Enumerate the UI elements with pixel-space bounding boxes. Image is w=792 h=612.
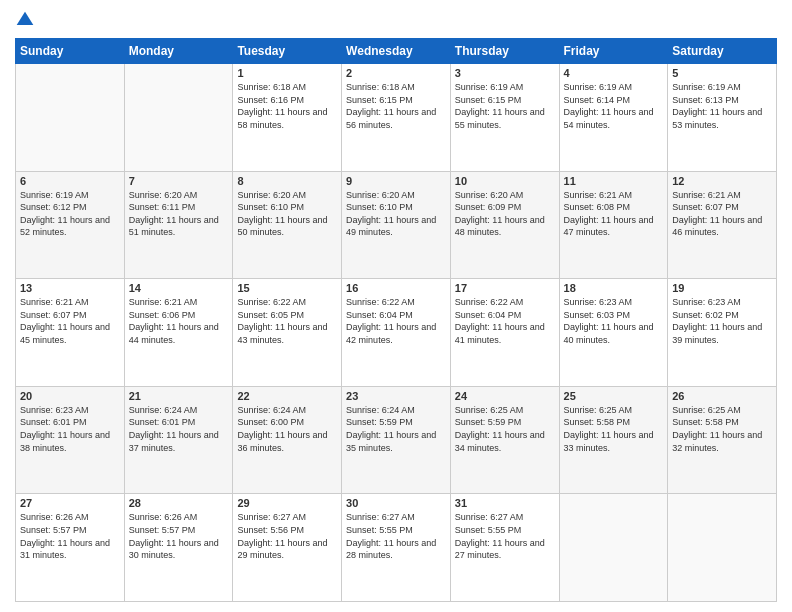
day-number: 4 [564, 67, 664, 79]
day-cell: 27Sunrise: 6:26 AMSunset: 5:57 PMDayligh… [16, 494, 125, 602]
day-number: 3 [455, 67, 555, 79]
day-number: 14 [129, 282, 229, 294]
day-number: 8 [237, 175, 337, 187]
day-number: 20 [20, 390, 120, 402]
day-cell: 24Sunrise: 6:25 AMSunset: 5:59 PMDayligh… [450, 386, 559, 494]
day-info: Sunrise: 6:23 AMSunset: 6:01 PMDaylight:… [20, 404, 120, 454]
svg-marker-0 [17, 12, 34, 25]
day-info: Sunrise: 6:22 AMSunset: 6:05 PMDaylight:… [237, 296, 337, 346]
day-info: Sunrise: 6:19 AMSunset: 6:13 PMDaylight:… [672, 81, 772, 131]
day-number: 1 [237, 67, 337, 79]
day-cell: 10Sunrise: 6:20 AMSunset: 6:09 PMDayligh… [450, 171, 559, 279]
day-number: 28 [129, 497, 229, 509]
day-number: 19 [672, 282, 772, 294]
day-cell: 31Sunrise: 6:27 AMSunset: 5:55 PMDayligh… [450, 494, 559, 602]
header [15, 10, 777, 30]
header-cell-thursday: Thursday [450, 39, 559, 64]
day-info: Sunrise: 6:22 AMSunset: 6:04 PMDaylight:… [346, 296, 446, 346]
day-number: 17 [455, 282, 555, 294]
day-number: 22 [237, 390, 337, 402]
day-info: Sunrise: 6:25 AMSunset: 5:58 PMDaylight:… [672, 404, 772, 454]
week-row-5: 27Sunrise: 6:26 AMSunset: 5:57 PMDayligh… [16, 494, 777, 602]
day-number: 6 [20, 175, 120, 187]
day-cell: 18Sunrise: 6:23 AMSunset: 6:03 PMDayligh… [559, 279, 668, 387]
day-cell: 1Sunrise: 6:18 AMSunset: 6:16 PMDaylight… [233, 64, 342, 172]
day-number: 30 [346, 497, 446, 509]
day-cell [668, 494, 777, 602]
day-info: Sunrise: 6:24 AMSunset: 6:01 PMDaylight:… [129, 404, 229, 454]
day-number: 5 [672, 67, 772, 79]
day-cell [559, 494, 668, 602]
day-number: 24 [455, 390, 555, 402]
day-cell: 7Sunrise: 6:20 AMSunset: 6:11 PMDaylight… [124, 171, 233, 279]
day-info: Sunrise: 6:18 AMSunset: 6:15 PMDaylight:… [346, 81, 446, 131]
day-info: Sunrise: 6:26 AMSunset: 5:57 PMDaylight:… [129, 511, 229, 561]
day-cell: 11Sunrise: 6:21 AMSunset: 6:08 PMDayligh… [559, 171, 668, 279]
day-info: Sunrise: 6:23 AMSunset: 6:02 PMDaylight:… [672, 296, 772, 346]
day-info: Sunrise: 6:25 AMSunset: 5:59 PMDaylight:… [455, 404, 555, 454]
day-cell: 8Sunrise: 6:20 AMSunset: 6:10 PMDaylight… [233, 171, 342, 279]
week-row-1: 1Sunrise: 6:18 AMSunset: 6:16 PMDaylight… [16, 64, 777, 172]
day-number: 21 [129, 390, 229, 402]
day-info: Sunrise: 6:27 AMSunset: 5:56 PMDaylight:… [237, 511, 337, 561]
day-number: 13 [20, 282, 120, 294]
day-cell: 14Sunrise: 6:21 AMSunset: 6:06 PMDayligh… [124, 279, 233, 387]
header-row: SundayMondayTuesdayWednesdayThursdayFrid… [16, 39, 777, 64]
day-info: Sunrise: 6:25 AMSunset: 5:58 PMDaylight:… [564, 404, 664, 454]
day-cell: 13Sunrise: 6:21 AMSunset: 6:07 PMDayligh… [16, 279, 125, 387]
week-row-2: 6Sunrise: 6:19 AMSunset: 6:12 PMDaylight… [16, 171, 777, 279]
day-cell: 28Sunrise: 6:26 AMSunset: 5:57 PMDayligh… [124, 494, 233, 602]
day-number: 23 [346, 390, 446, 402]
day-number: 31 [455, 497, 555, 509]
day-cell: 21Sunrise: 6:24 AMSunset: 6:01 PMDayligh… [124, 386, 233, 494]
calendar-header: SundayMondayTuesdayWednesdayThursdayFrid… [16, 39, 777, 64]
day-cell [16, 64, 125, 172]
header-cell-sunday: Sunday [16, 39, 125, 64]
day-info: Sunrise: 6:26 AMSunset: 5:57 PMDaylight:… [20, 511, 120, 561]
day-number: 27 [20, 497, 120, 509]
day-number: 18 [564, 282, 664, 294]
day-cell: 30Sunrise: 6:27 AMSunset: 5:55 PMDayligh… [342, 494, 451, 602]
day-info: Sunrise: 6:20 AMSunset: 6:10 PMDaylight:… [237, 189, 337, 239]
day-info: Sunrise: 6:20 AMSunset: 6:09 PMDaylight:… [455, 189, 555, 239]
day-cell: 15Sunrise: 6:22 AMSunset: 6:05 PMDayligh… [233, 279, 342, 387]
day-info: Sunrise: 6:27 AMSunset: 5:55 PMDaylight:… [346, 511, 446, 561]
day-info: Sunrise: 6:20 AMSunset: 6:10 PMDaylight:… [346, 189, 446, 239]
day-info: Sunrise: 6:24 AMSunset: 5:59 PMDaylight:… [346, 404, 446, 454]
day-cell: 17Sunrise: 6:22 AMSunset: 6:04 PMDayligh… [450, 279, 559, 387]
day-cell: 26Sunrise: 6:25 AMSunset: 5:58 PMDayligh… [668, 386, 777, 494]
day-number: 16 [346, 282, 446, 294]
day-cell: 22Sunrise: 6:24 AMSunset: 6:00 PMDayligh… [233, 386, 342, 494]
day-number: 2 [346, 67, 446, 79]
day-info: Sunrise: 6:18 AMSunset: 6:16 PMDaylight:… [237, 81, 337, 131]
day-number: 26 [672, 390, 772, 402]
day-info: Sunrise: 6:24 AMSunset: 6:00 PMDaylight:… [237, 404, 337, 454]
day-info: Sunrise: 6:21 AMSunset: 6:07 PMDaylight:… [672, 189, 772, 239]
logo [15, 10, 37, 30]
day-number: 12 [672, 175, 772, 187]
day-number: 11 [564, 175, 664, 187]
day-cell: 4Sunrise: 6:19 AMSunset: 6:14 PMDaylight… [559, 64, 668, 172]
day-cell: 19Sunrise: 6:23 AMSunset: 6:02 PMDayligh… [668, 279, 777, 387]
day-number: 15 [237, 282, 337, 294]
day-info: Sunrise: 6:21 AMSunset: 6:06 PMDaylight:… [129, 296, 229, 346]
calendar-body: 1Sunrise: 6:18 AMSunset: 6:16 PMDaylight… [16, 64, 777, 602]
day-number: 9 [346, 175, 446, 187]
day-cell: 12Sunrise: 6:21 AMSunset: 6:07 PMDayligh… [668, 171, 777, 279]
day-cell: 2Sunrise: 6:18 AMSunset: 6:15 PMDaylight… [342, 64, 451, 172]
calendar: SundayMondayTuesdayWednesdayThursdayFrid… [15, 38, 777, 602]
week-row-4: 20Sunrise: 6:23 AMSunset: 6:01 PMDayligh… [16, 386, 777, 494]
day-cell: 20Sunrise: 6:23 AMSunset: 6:01 PMDayligh… [16, 386, 125, 494]
day-number: 25 [564, 390, 664, 402]
day-number: 10 [455, 175, 555, 187]
day-info: Sunrise: 6:23 AMSunset: 6:03 PMDaylight:… [564, 296, 664, 346]
day-info: Sunrise: 6:19 AMSunset: 6:12 PMDaylight:… [20, 189, 120, 239]
week-row-3: 13Sunrise: 6:21 AMSunset: 6:07 PMDayligh… [16, 279, 777, 387]
day-cell: 25Sunrise: 6:25 AMSunset: 5:58 PMDayligh… [559, 386, 668, 494]
header-cell-saturday: Saturday [668, 39, 777, 64]
header-cell-tuesday: Tuesday [233, 39, 342, 64]
day-number: 7 [129, 175, 229, 187]
day-info: Sunrise: 6:21 AMSunset: 6:07 PMDaylight:… [20, 296, 120, 346]
page: SundayMondayTuesdayWednesdayThursdayFrid… [0, 0, 792, 612]
day-cell [124, 64, 233, 172]
